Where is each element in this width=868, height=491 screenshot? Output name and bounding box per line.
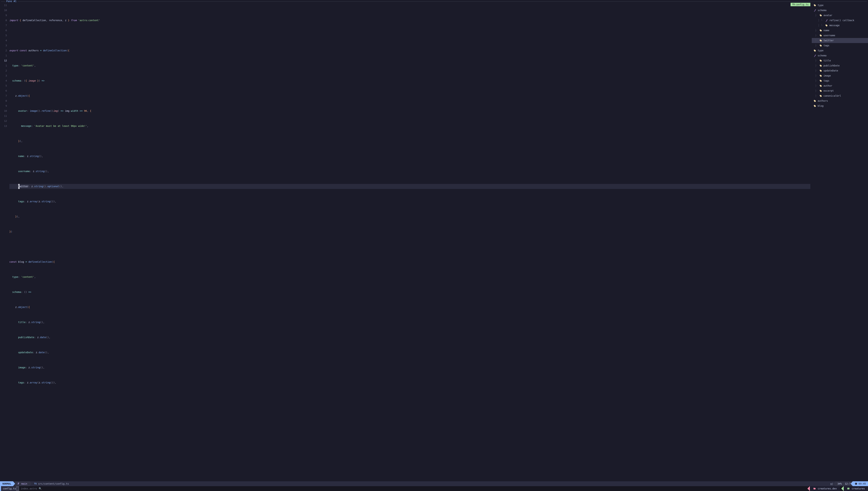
workspace-label: creatures (852, 487, 865, 490)
code-line[interactable]: updateDate: z.date(), (9, 350, 810, 355)
pane-title: Pane #1 (5, 0, 18, 3)
tree-indent: ├ (812, 28, 818, 33)
tag-icon (819, 69, 822, 72)
tag-icon (819, 80, 822, 82)
tag-icon (813, 105, 816, 107)
clock-icon (855, 483, 857, 485)
outline-item-twitter[interactable]: ├ twitter (812, 38, 868, 43)
branch-icon (18, 483, 20, 485)
outline-item-image[interactable]: ├ image (812, 73, 868, 78)
outline-panel[interactable]: type𝑓schema ├ avatar │ └ 𝑓refine() callb… (810, 3, 868, 481)
outline-item-tags[interactable]: ├ tags (812, 78, 868, 83)
outline-label: twitter (823, 38, 834, 43)
outline-item-avatar[interactable]: ├ avatar (812, 13, 868, 18)
outline-label: authors (818, 98, 828, 104)
code-area[interactable]: import { defineCollection, reference, z … (9, 3, 810, 481)
workspace-tab-creatures[interactable]: creatures (844, 486, 868, 491)
cursor-position: 12:7 (845, 482, 851, 485)
code-line[interactable]: }), (9, 214, 810, 219)
tag-icon (819, 85, 822, 87)
outline-item-canonicalUrl[interactable]: ├ canonicalUrl (812, 93, 868, 98)
code-line[interactable]: schema: () => (9, 290, 810, 295)
code-line-current[interactable]: twitter: z.string().optional(), (9, 184, 810, 189)
tree-indent: ├ (812, 88, 818, 93)
code-line[interactable]: username: z.string(), (9, 169, 810, 174)
outline-label: title (823, 58, 831, 63)
search-icon: 🔍 (39, 487, 42, 490)
code-line[interactable]: type: 'content', (9, 275, 810, 280)
outline-label: type (818, 48, 823, 53)
outline-item-authors[interactable]: authors (812, 98, 868, 104)
function-icon: 𝑓 (813, 9, 816, 12)
outline-label: refine() callback (829, 18, 854, 23)
outline-item-tags[interactable]: ├ tags (812, 43, 868, 48)
outline-label: publishDate (823, 63, 840, 68)
tag-icon (819, 59, 822, 62)
code-line[interactable]: schema: ({ image }) => (9, 78, 810, 83)
tab-number: 1 (0, 486, 1, 491)
code-line[interactable]: import { defineCollection, reference, z … (9, 18, 810, 23)
outline-item-name[interactable]: ├ name (812, 28, 868, 33)
code-line[interactable]: publishDate: z.date(), (9, 335, 810, 340)
tree-indent: ├ (812, 78, 818, 83)
code-line[interactable]: type: 'content', (9, 63, 810, 68)
code-line[interactable]: tags: z.array(z.string()), (9, 380, 810, 385)
outline-label: author (823, 83, 833, 88)
tag-icon (825, 24, 828, 27)
outline-item-refine-callback[interactable]: │ └ 𝑓refine() callback (812, 18, 868, 23)
outline-label: excerpt (823, 88, 834, 93)
function-icon: 𝑓 (825, 19, 828, 22)
tag-icon (819, 89, 822, 92)
outline-item-excerpt[interactable]: ├ excerpt (812, 88, 868, 93)
tag-icon (819, 44, 822, 47)
git-branch[interactable]: main (15, 481, 30, 486)
outline-item-publishDate[interactable]: ├ publishDate (812, 63, 868, 68)
outline-item-type[interactable]: type (812, 48, 868, 53)
code-line[interactable]: tags: z.array(z.string()), (9, 199, 810, 204)
outline-label: tags (823, 43, 830, 48)
tab-bar[interactable]: 1config.ts2index.astro 🔍creatures.devcre… (0, 486, 868, 491)
outline-item-type[interactable]: type (812, 3, 868, 8)
outline-label: image (823, 73, 831, 78)
outline-item-username[interactable]: ├ username (812, 33, 868, 38)
outline-item-updateDate[interactable]: ├ updateDate (812, 68, 868, 73)
filename-badge: TS config.ts (790, 3, 810, 6)
outline-item-blog[interactable]: blog (812, 104, 868, 109)
code-line[interactable]: message: 'Avatar must be at least 96px w… (9, 123, 810, 128)
workspace-tab-creatures-dev[interactable]: creatures.dev (810, 486, 840, 491)
outline-item-schema[interactable]: 𝑓schema (812, 53, 868, 58)
code-line[interactable]: avatar: image().refine((img) => img.widt… (9, 109, 810, 113)
mode-indicator: NORMAL (0, 481, 13, 486)
code-line[interactable]: export const authors = defineCollection(… (9, 48, 810, 53)
code-line[interactable]: title: z.string(), (9, 320, 810, 325)
outline-label: schema (818, 8, 827, 13)
code-line[interactable] (9, 33, 810, 38)
scroll-percent: 34% 12:7 (835, 481, 853, 486)
code-line[interactable]: image: z.string(), (9, 365, 810, 370)
tab-index-astro[interactable]: 2index.astro 🔍 (18, 486, 44, 491)
line-gutter: 11109876543211212345678910111213 (0, 3, 9, 481)
outline-item-schema[interactable]: 𝑓schema (812, 8, 868, 13)
code-line[interactable] (9, 244, 810, 249)
tree-indent: │ └ (812, 18, 824, 23)
tab-label: index.astro (21, 487, 37, 490)
terminal-icon (847, 487, 850, 490)
code-line[interactable]: const blog = defineCollection({ (9, 259, 810, 264)
outline-label: type (818, 3, 823, 8)
code-line[interactable]: }), (9, 139, 810, 144)
code-line[interactable]: z.object({ (9, 305, 810, 310)
outline-label: canonicalUrl (823, 93, 841, 98)
editor-pane[interactable]: 11109876543211212345678910111213 import … (0, 3, 810, 481)
outline-item-message[interactable]: │ └ message (812, 23, 868, 28)
code-line[interactable]: z.object({ (9, 93, 810, 98)
code-line[interactable]: name: z.string(), (9, 154, 810, 159)
outline-label: message (829, 23, 840, 28)
tag-icon (819, 75, 822, 77)
tag-icon (819, 94, 822, 97)
outline-item-title[interactable]: ├ title (812, 58, 868, 63)
tag-icon (819, 29, 822, 32)
outline-item-author[interactable]: ├ author (812, 83, 868, 88)
clock-label: 09:45 (859, 482, 866, 485)
code-line[interactable]: }) (9, 229, 810, 234)
tab-config-ts[interactable]: 1config.ts (0, 486, 18, 491)
